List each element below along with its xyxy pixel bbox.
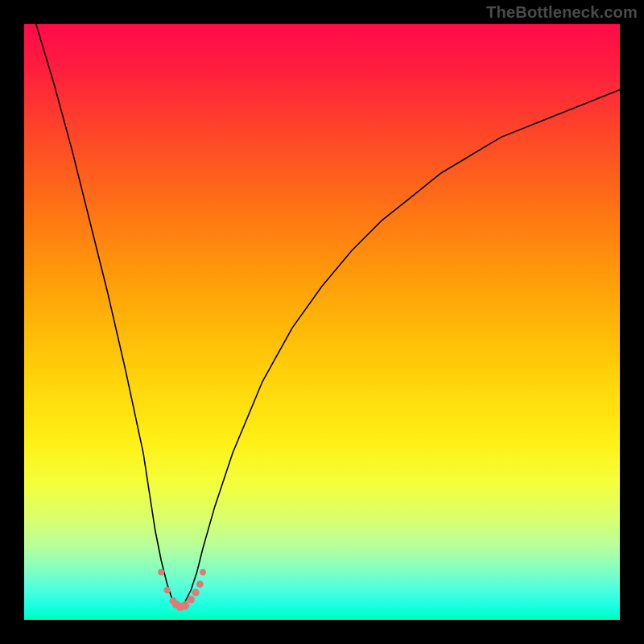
- floor-dot: [187, 596, 195, 604]
- bottleneck-curve: [36, 24, 620, 608]
- floor-dot: [196, 580, 204, 588]
- floor-dot: [192, 588, 200, 596]
- floor-dot: [200, 569, 206, 576]
- chart-frame: TheBottleneck.com: [0, 0, 644, 644]
- floor-dot: [181, 601, 189, 609]
- chart-svg: [24, 24, 620, 620]
- floor-dot: [163, 587, 170, 593]
- floor-dot: [158, 569, 164, 576]
- plot-area: [24, 24, 620, 620]
- watermark-text: TheBottleneck.com: [486, 3, 638, 22]
